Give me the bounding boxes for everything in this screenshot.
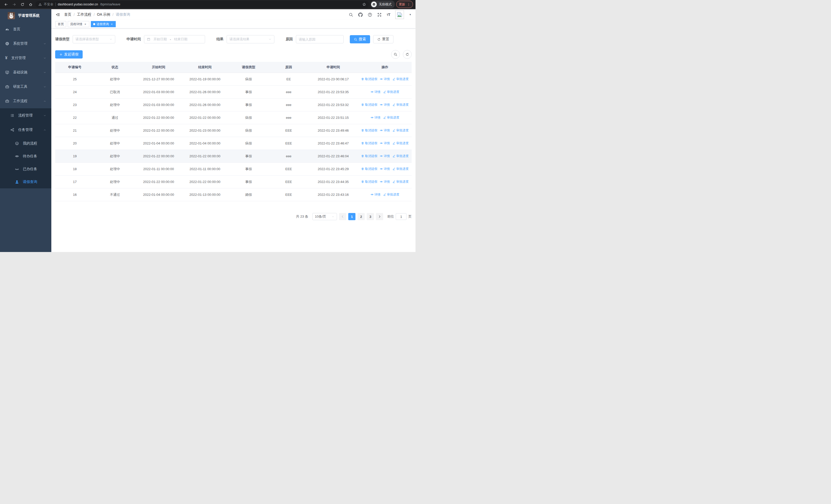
progress-link[interactable]: 审批进度: [393, 180, 408, 184]
progress-link[interactable]: 审批进度: [393, 102, 408, 107]
goto-page-input[interactable]: [396, 213, 406, 220]
eyeClosed-icon: [15, 167, 19, 171]
cancel-leave-link[interactable]: 取消请假: [361, 141, 377, 146]
detail-link[interactable]: 详情: [371, 192, 381, 197]
sidebar-item-process-mgmt[interactable]: 流程管理: [0, 108, 51, 123]
cell-start: 2022-01-11 00:00:00: [136, 163, 182, 176]
breadcrumb-item-oa[interactable]: OA 示例: [97, 12, 110, 17]
progress-link[interactable]: 审批进度: [393, 167, 408, 171]
detail-link[interactable]: 详情: [380, 77, 390, 81]
avatar[interactable]: [395, 10, 404, 19]
detail-link[interactable]: 详情: [380, 141, 390, 146]
cancel-leave-link[interactable]: 取消请假: [361, 102, 377, 107]
fullscreen-icon[interactable]: [377, 12, 382, 17]
sidebar-item-workflow[interactable]: 工作流程: [0, 94, 51, 108]
result-select[interactable]: 请选择流结果: [227, 35, 274, 43]
cell-end: 2022-01-26 00:00:00: [182, 98, 228, 111]
close-icon[interactable]: ×: [84, 23, 87, 26]
active-tag-dot: [93, 23, 95, 25]
cancel-leave-link[interactable]: 取消请假: [361, 154, 377, 158]
column-header: 状态: [94, 62, 136, 73]
browser-home-icon[interactable]: [27, 1, 34, 8]
font-size-icon[interactable]: TT: [387, 12, 390, 17]
detail-link[interactable]: 详情: [380, 128, 390, 133]
page-size-select[interactable]: 10条/页: [312, 213, 337, 220]
search-button[interactable]: 搜索: [350, 35, 370, 43]
create-leave-button[interactable]: 发起请假: [55, 50, 83, 59]
eye-icon: [380, 78, 383, 81]
next-page-button[interactable]: [376, 213, 383, 220]
cancel-leave-link[interactable]: 取消请假: [361, 167, 377, 171]
leave-type-select[interactable]: 请选择请假类型: [73, 35, 115, 43]
cell-start: 2022-01-03 00:00:00: [136, 86, 182, 98]
progress-link[interactable]: 审批进度: [393, 77, 408, 81]
breadcrumb-item-workflow[interactable]: 工作流程: [77, 12, 91, 17]
github-icon[interactable]: [358, 12, 363, 17]
progress-link[interactable]: 审批进度: [383, 192, 399, 197]
reason-input[interactable]: [296, 35, 344, 43]
apply-time-range[interactable]: 开始日期 - 结束日期: [144, 35, 205, 43]
page-button-3[interactable]: 3: [367, 213, 374, 220]
sidebar-item-infra[interactable]: 基础设施: [0, 65, 51, 80]
tag-请假查询[interactable]: 请假查询×: [91, 21, 116, 27]
breadcrumb-item-home[interactable]: 首页: [64, 12, 71, 17]
cell-status: 处理中: [94, 150, 136, 163]
edit-icon: [383, 116, 386, 119]
sidebar-fold-icon[interactable]: [55, 12, 60, 17]
cancel-leave-link[interactable]: 取消请假: [361, 128, 377, 133]
cancel-leave-link[interactable]: 取消请假: [361, 77, 377, 81]
sidebar-item-home[interactable]: 首页: [0, 22, 51, 36]
apply-time-label: 申请时间: [126, 37, 141, 41]
detail-link[interactable]: 详情: [380, 167, 390, 171]
progress-link[interactable]: 审批进度: [383, 90, 399, 94]
progress-link[interactable]: 审批进度: [393, 154, 408, 158]
incognito-label: 无痕模式: [379, 2, 392, 7]
refresh-table-button[interactable]: [403, 50, 412, 59]
reset-button[interactable]: 重置: [373, 35, 394, 43]
browser-menu-icon[interactable]: [407, 3, 410, 6]
detail-link[interactable]: 详情: [371, 90, 381, 94]
toggle-search-button[interactable]: [391, 50, 400, 59]
chevron-down-icon: [44, 57, 46, 60]
eye-icon: [380, 167, 383, 170]
prev-page-button[interactable]: [339, 213, 346, 220]
page-button-2[interactable]: 2: [357, 213, 365, 220]
browser-update-button[interactable]: 更新: [396, 1, 413, 8]
browser-reload-icon[interactable]: [19, 1, 26, 8]
browser-back-icon[interactable]: [3, 1, 9, 8]
cell-start: 2022-01-04 00:00:00: [136, 137, 182, 150]
browser-forward-icon[interactable]: [11, 1, 18, 8]
tree-icon: [10, 128, 15, 132]
address-bar[interactable]: 不安全 dashboard.yudao.iocoder.cn/bpm/oa/le…: [35, 1, 369, 8]
sidebar-item-devtools[interactable]: 研发工具: [0, 80, 51, 94]
sidebar-item-todo-task[interactable]: 待办任务: [0, 150, 51, 163]
sidebar-item-system[interactable]: 系统管理: [0, 36, 51, 51]
progress-link[interactable]: 审批进度: [393, 141, 408, 146]
sidebar-logo-row[interactable]: 芋道管理系统: [0, 9, 51, 22]
avatar-caret-icon[interactable]: ▼: [409, 13, 411, 16]
cell-start: 2022-01-03 00:00:00: [136, 98, 182, 111]
cell-reason: eee: [269, 111, 308, 124]
progress-link[interactable]: 审批进度: [393, 128, 408, 133]
sidebar-item-payment[interactable]: ¥支付管理: [0, 51, 51, 65]
page-button-1[interactable]: 1: [348, 213, 355, 220]
progress-link[interactable]: 审批进度: [383, 116, 399, 120]
cell-status: 处理中: [94, 176, 136, 188]
detail-link[interactable]: 详情: [371, 116, 381, 120]
detail-link[interactable]: 详情: [380, 180, 390, 184]
tag-流程详情[interactable]: 流程详情×: [68, 21, 89, 27]
sidebar-item-done-task[interactable]: 已办任务: [0, 163, 51, 176]
header-search-icon[interactable]: [349, 12, 353, 17]
edit-icon: [393, 142, 396, 145]
cell-applied: 2022-01-22 23:49:46: [308, 124, 358, 137]
bookmark-star-icon[interactable]: [362, 3, 366, 6]
sidebar-item-leave-query[interactable]: 请假查询: [0, 176, 51, 188]
detail-link[interactable]: 详情: [380, 154, 390, 158]
cancel-leave-link[interactable]: 取消请假: [361, 180, 377, 184]
detail-link[interactable]: 详情: [380, 102, 390, 107]
tag-首页[interactable]: 首页: [55, 21, 66, 27]
sidebar-item-task-mgmt[interactable]: 任务管理: [0, 123, 51, 137]
sidebar-item-my-process[interactable]: 我的流程: [0, 137, 51, 150]
close-icon[interactable]: ×: [110, 23, 113, 26]
help-icon[interactable]: [368, 12, 372, 17]
